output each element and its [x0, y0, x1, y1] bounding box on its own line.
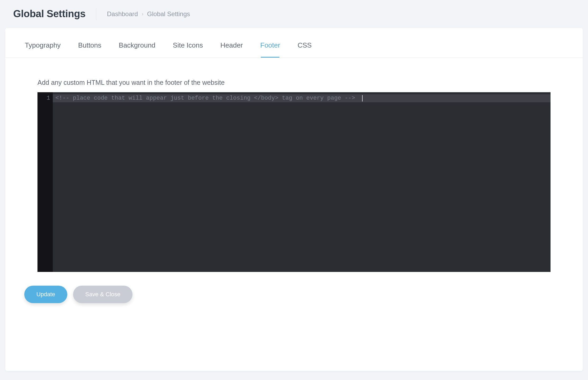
code-area[interactable]: <!-- place code that will appear just be… [53, 92, 551, 272]
code-text: <!-- place code that will appear just be… [55, 94, 355, 102]
tab-list: Typography Buttons Background Site Icons… [5, 28, 583, 58]
button-row: Update Save & Close [5, 272, 583, 303]
tab-footer[interactable]: Footer [260, 39, 281, 57]
breadcrumb: Dashboard › Global Settings [107, 10, 190, 18]
line-number: 1 [37, 94, 50, 102]
field-description: Add any custom HTML that you want in the… [37, 79, 551, 86]
chevron-right-icon: › [142, 11, 144, 17]
breadcrumb-dashboard[interactable]: Dashboard [107, 10, 138, 18]
page-title: Global Settings [13, 8, 96, 20]
tab-site-icons[interactable]: Site Icons [172, 39, 203, 57]
settings-card: Typography Buttons Background Site Icons… [5, 28, 583, 371]
text-cursor [362, 95, 363, 101]
code-line[interactable]: <!-- place code that will appear just be… [53, 94, 551, 102]
panel-body: Add any custom HTML that you want in the… [5, 58, 583, 272]
update-button[interactable]: Update [24, 286, 67, 303]
breadcrumb-current: Global Settings [147, 10, 190, 18]
tab-buttons[interactable]: Buttons [78, 39, 102, 57]
tab-typography[interactable]: Typography [24, 39, 61, 57]
tab-background[interactable]: Background [118, 39, 156, 57]
line-number-gutter: 1 [37, 92, 53, 272]
code-editor[interactable]: 1 <!-- place code that will appear just … [37, 92, 551, 272]
page-header: Global Settings Dashboard › Global Setti… [0, 0, 588, 28]
tab-css[interactable]: CSS [297, 39, 312, 57]
save-close-button[interactable]: Save & Close [73, 286, 132, 303]
tab-header[interactable]: Header [220, 39, 243, 57]
